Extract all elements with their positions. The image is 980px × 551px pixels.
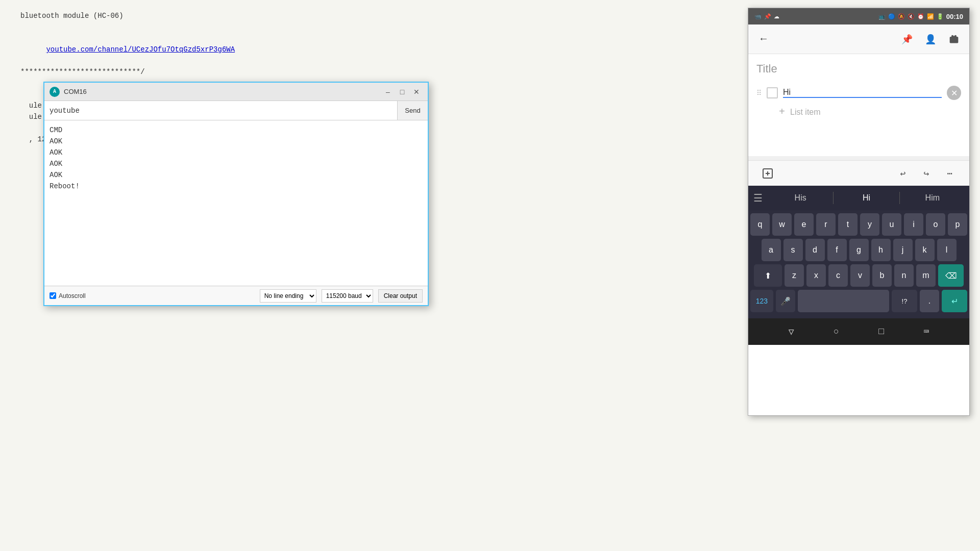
serial-monitor-dialog: A COM16 – □ ✕ Send CMD AOK AOK AOK AOK R… bbox=[43, 82, 429, 306]
key-q[interactable]: q bbox=[750, 213, 770, 236]
output-line: Reboot! bbox=[50, 181, 423, 192]
mic-key[interactable]: 🎤 bbox=[776, 290, 795, 312]
redo-button[interactable]: ↪ bbox=[917, 164, 936, 183]
key-l[interactable]: l bbox=[937, 239, 957, 261]
nav-back-button[interactable]: ▽ bbox=[781, 321, 801, 342]
keyboard-row-4: 123 🎤 !? . ↵ bbox=[750, 290, 967, 312]
camera-icon: 📹 bbox=[754, 13, 762, 20]
keyboard-row-1: q w e r t y u i o p bbox=[750, 213, 967, 236]
list-item-row: ⠿ ✕ bbox=[756, 84, 961, 102]
key-j[interactable]: j bbox=[893, 239, 913, 261]
output-line: AOK bbox=[50, 169, 423, 181]
status-time: 00:10 bbox=[946, 13, 963, 20]
baud-rate-select[interactable]: 9600 baud 115200 baud bbox=[322, 289, 373, 303]
autocomplete-his[interactable]: His bbox=[769, 189, 832, 207]
key-x[interactable]: x bbox=[806, 264, 826, 287]
add-item-label: List item bbox=[790, 108, 821, 117]
nav-keyboard-button[interactable]: ⌨ bbox=[916, 321, 937, 342]
key-h[interactable]: h bbox=[871, 239, 891, 261]
serial-output: CMD AOK AOK AOK AOK Reboot! bbox=[44, 120, 428, 286]
status-icons-right: 📺 🔵 🔕 🔇 ⏰ 📶 🔋 00:10 bbox=[878, 13, 963, 20]
key-m[interactable]: m bbox=[916, 264, 936, 287]
key-y[interactable]: y bbox=[860, 213, 879, 236]
key-p[interactable]: p bbox=[948, 213, 967, 236]
nav-recents-button[interactable]: □ bbox=[871, 321, 892, 342]
autoscroll-checkbox[interactable] bbox=[50, 292, 56, 299]
key-g[interactable]: g bbox=[849, 239, 869, 261]
back-button[interactable]: ← bbox=[754, 33, 773, 45]
autocomplete-divider bbox=[899, 192, 900, 204]
add-element-button[interactable] bbox=[758, 164, 777, 183]
app-toolbar: ← 📌 👤 bbox=[748, 24, 969, 54]
key-r[interactable]: r bbox=[816, 213, 836, 236]
maximize-button[interactable]: □ bbox=[396, 86, 408, 98]
signal-icon: 📶 bbox=[927, 13, 934, 20]
symbols-key[interactable]: !? bbox=[892, 290, 917, 312]
output-line: AOK bbox=[50, 158, 423, 169]
space-key[interactable] bbox=[798, 290, 889, 312]
key-v[interactable]: v bbox=[850, 264, 870, 287]
bluetooth-icon: 🔵 bbox=[888, 13, 895, 20]
youtube-link[interactable]: youtube.com/channel/UCezJOfu7OtqGzd5xrP3… bbox=[46, 45, 235, 54]
battery-icon: 🔋 bbox=[937, 13, 944, 20]
autoscroll-label[interactable]: Autoscroll bbox=[50, 292, 86, 299]
serial-footer: Autoscroll No line ending Newline Carria… bbox=[44, 286, 428, 305]
key-n[interactable]: n bbox=[894, 264, 914, 287]
autocomplete-hi[interactable]: Hi bbox=[835, 189, 898, 207]
pin-status-icon: 📌 bbox=[764, 13, 771, 20]
line-ending-select[interactable]: No line ending Newline Carriage return B… bbox=[260, 289, 316, 303]
more-options-button[interactable]: ⋯ bbox=[941, 164, 959, 183]
period-key[interactable]: . bbox=[920, 290, 939, 312]
code-line bbox=[20, 21, 413, 33]
note-title[interactable]: Title bbox=[756, 62, 961, 76]
return-key[interactable]: ↵ bbox=[942, 290, 967, 312]
key-s[interactable]: s bbox=[783, 239, 803, 261]
code-line-link: youtube.com/channel/UCezJOfu7OtqGzd5xrP3… bbox=[20, 33, 413, 66]
minimize-button[interactable]: – bbox=[382, 86, 394, 98]
pin-button[interactable]: 📌 bbox=[898, 30, 916, 48]
add-item-icon[interactable]: + bbox=[779, 106, 785, 118]
android-nav-bar: ▽ ○ □ ⌨ bbox=[748, 318, 969, 345]
key-i[interactable]: i bbox=[904, 213, 923, 236]
share-button[interactable]: 👤 bbox=[921, 30, 940, 48]
autocomplete-him[interactable]: Him bbox=[901, 189, 964, 207]
num-key[interactable]: 123 bbox=[750, 290, 773, 312]
key-w[interactable]: w bbox=[772, 213, 792, 236]
archive-button[interactable] bbox=[945, 30, 963, 48]
key-k[interactable]: k bbox=[915, 239, 935, 261]
drag-handle-icon[interactable]: ⠿ bbox=[756, 89, 762, 97]
undo-button[interactable]: ↩ bbox=[894, 164, 912, 183]
separator bbox=[748, 156, 969, 160]
cloud-icon: ☁ bbox=[774, 13, 779, 20]
alarm-icon: ⏰ bbox=[917, 13, 924, 20]
android-panel: 📹 📌 ☁ 📺 🔵 🔕 🔇 ⏰ 📶 🔋 00:10 ← 📌 👤 Title bbox=[748, 8, 970, 416]
clear-output-button[interactable]: Clear output bbox=[378, 289, 423, 303]
code-line: ****************************/ bbox=[20, 66, 413, 78]
key-t[interactable]: t bbox=[838, 213, 857, 236]
key-b[interactable]: b bbox=[872, 264, 892, 287]
autocomplete-menu-icon[interactable]: ☰ bbox=[753, 192, 763, 205]
key-f[interactable]: f bbox=[827, 239, 847, 261]
shift-key[interactable]: ⬆ bbox=[754, 264, 782, 287]
serial-send-button[interactable]: Send bbox=[397, 101, 428, 120]
close-button[interactable]: ✕ bbox=[410, 86, 423, 98]
serial-title-text: COM16 bbox=[64, 88, 380, 95]
nav-home-button[interactable]: ○ bbox=[826, 321, 846, 342]
key-o[interactable]: o bbox=[926, 213, 945, 236]
silent-icon: 🔇 bbox=[908, 13, 915, 20]
cast-icon: 📺 bbox=[878, 13, 886, 20]
backspace-key[interactable]: ⌫ bbox=[938, 264, 964, 287]
key-u[interactable]: u bbox=[882, 213, 901, 236]
key-z[interactable]: z bbox=[785, 264, 804, 287]
note-content: Title ⠿ ✕ + List item bbox=[748, 54, 969, 156]
key-e[interactable]: e bbox=[794, 213, 814, 236]
serial-input[interactable] bbox=[44, 101, 397, 120]
key-d[interactable]: d bbox=[805, 239, 825, 261]
item-delete-button[interactable]: ✕ bbox=[947, 86, 961, 100]
key-c[interactable]: c bbox=[828, 264, 848, 287]
app-bottom-toolbar: ↩ ↪ ⋯ bbox=[748, 160, 969, 186]
arduino-icon: A bbox=[50, 87, 60, 97]
item-checkbox[interactable] bbox=[767, 87, 778, 98]
item-text-input[interactable] bbox=[783, 88, 942, 98]
key-a[interactable]: a bbox=[762, 239, 781, 261]
